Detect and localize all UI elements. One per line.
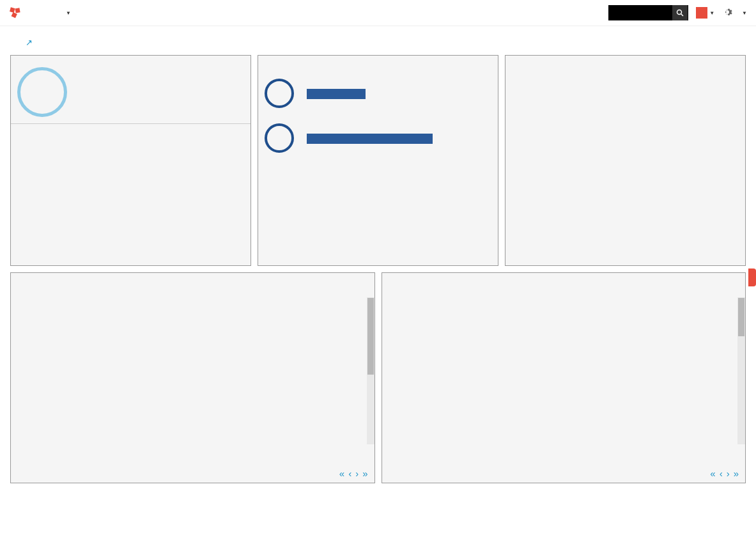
storage-bar xyxy=(307,89,366,99)
service-row xyxy=(265,123,491,153)
storage-row xyxy=(265,79,491,108)
warranty-table-wrap xyxy=(11,281,374,447)
scroll-thumb[interactable] xyxy=(738,298,744,336)
chevron-down-icon: ▼ xyxy=(66,10,71,16)
brand-logo[interactable] xyxy=(9,6,26,19)
nav-request-forms[interactable]: ▼ xyxy=(64,10,71,16)
color-swatch xyxy=(696,7,707,19)
admin-menu[interactable]: ▼ xyxy=(740,10,747,16)
panel-asset-classification xyxy=(505,55,746,266)
panel-asset-status xyxy=(258,55,498,266)
logo-icon xyxy=(9,6,22,19)
gear-icon xyxy=(722,7,732,17)
pager-controls: « ‹ › » xyxy=(339,468,368,479)
pager-next[interactable]: › xyxy=(355,468,359,479)
warranty-pager: « ‹ › » xyxy=(17,465,368,479)
panel-warranty: « ‹ › » xyxy=(10,272,375,483)
asset-status-body xyxy=(258,63,498,175)
svg-rect-1 xyxy=(15,8,20,13)
chat-live-tab[interactable] xyxy=(748,268,756,286)
search-button[interactable] xyxy=(672,5,688,20)
chart-area xyxy=(505,63,745,236)
panel-title xyxy=(11,273,374,281)
panel-title xyxy=(258,56,498,63)
svg-rect-2 xyxy=(12,12,17,18)
panel-title xyxy=(505,56,745,63)
dashboard-grid: « ‹ › » « ‹ › xyxy=(0,55,756,483)
top-bar: ▼ ▼ ▼ xyxy=(0,0,756,26)
pager-last[interactable]: » xyxy=(362,468,367,479)
chevron-down-icon: ▼ xyxy=(709,10,714,16)
total-assets-count xyxy=(17,67,67,117)
pager-prev[interactable]: ‹ xyxy=(720,468,723,479)
main-nav: ▼ xyxy=(38,10,109,16)
fullscreen-link[interactable]: ↗ xyxy=(26,38,33,47)
chevron-down-icon: ▼ xyxy=(742,10,747,16)
stat-list xyxy=(11,123,251,146)
svg-point-3 xyxy=(677,10,682,15)
service-bar xyxy=(307,134,433,144)
grid-row-2: « ‹ › » « ‹ › xyxy=(10,272,746,483)
panel-total-assets xyxy=(10,55,251,266)
top-right-controls: ▼ ▼ xyxy=(608,5,747,20)
maintenance-pager: « ‹ › » xyxy=(389,465,739,479)
svg-rect-0 xyxy=(10,7,15,13)
panel-maintenance: « ‹ › » xyxy=(382,272,746,483)
storage-count xyxy=(265,79,294,108)
grid-row-1 xyxy=(10,55,746,266)
settings-button[interactable] xyxy=(722,7,732,19)
service-count xyxy=(265,123,294,153)
svg-line-4 xyxy=(681,14,683,16)
pager-first[interactable]: « xyxy=(339,468,344,479)
search-input[interactable] xyxy=(608,6,672,20)
pager-last[interactable]: » xyxy=(734,468,739,479)
search-icon xyxy=(676,9,684,17)
scroll-thumb[interactable] xyxy=(367,298,374,375)
search-box xyxy=(608,5,688,20)
scrollbar[interactable] xyxy=(367,297,374,444)
service-bar-wrap xyxy=(307,132,491,144)
pager-first[interactable]: « xyxy=(710,468,715,479)
storage-bar-wrap xyxy=(307,88,491,99)
panel-title xyxy=(11,56,251,63)
panel-title xyxy=(382,273,746,281)
scrollbar[interactable] xyxy=(737,297,745,444)
pager-controls: « ‹ › » xyxy=(710,468,739,479)
pager-next[interactable]: › xyxy=(727,468,730,479)
color-picker[interactable]: ▼ xyxy=(696,7,714,19)
page-header: ↗ xyxy=(0,26,756,55)
bar-chart xyxy=(512,66,739,230)
pager-prev[interactable]: ‹ xyxy=(348,468,351,479)
maintenance-table-wrap xyxy=(382,281,746,447)
